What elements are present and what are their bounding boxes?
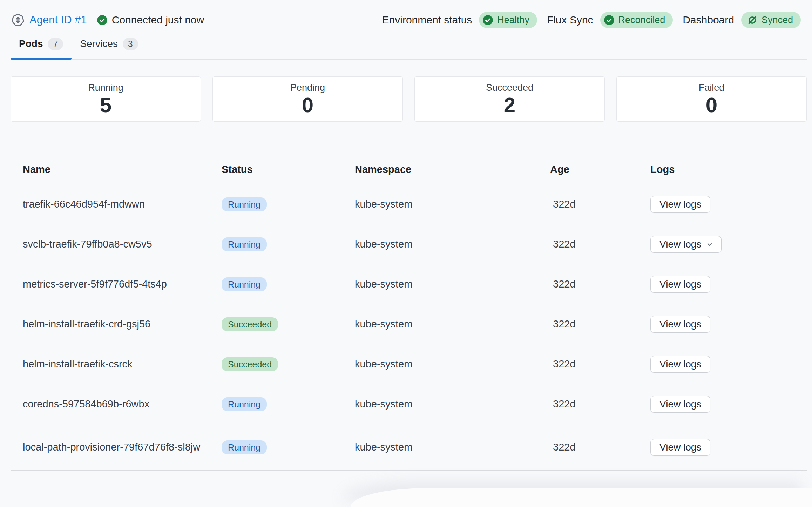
view-logs-button[interactable]: View logs [650,276,710,293]
agent-status-group: Agent ID #1 Connected just now [11,13,204,27]
card-running-label: Running [88,82,123,93]
pod-name: helm-install-traefik-csrck [23,358,205,370]
view-logs-label: View logs [659,239,701,250]
chevron-down-icon [705,240,714,249]
table-row: helm-install-traefik-crd-gsj56 Succeeded… [11,304,807,344]
view-logs-label: View logs [659,319,701,330]
pod-age: 322d [550,238,650,250]
pod-namespace: kube-system [355,198,550,210]
card-pending-value: 0 [302,95,313,116]
card-succeeded-label: Succeeded [486,82,533,93]
view-logs-label: View logs [659,199,701,210]
pod-name: helm-install-traefik-crd-gsj56 [23,318,205,330]
tab-pods[interactable]: Pods 7 [11,38,72,59]
pod-name: local-path-provisioner-79f67d76f8-sl8jw [23,441,205,453]
pod-age: 322d [550,441,650,453]
pod-namespace: kube-system [355,441,550,453]
view-logs-button[interactable]: View logs [650,196,710,213]
pod-name: svclb-traefik-79ffb0a8-cw5v5 [23,238,205,250]
pod-namespace: kube-system [355,278,550,290]
tab-bar: Pods 7 Services 3 [11,34,807,60]
check-circle-icon [604,15,615,26]
table-row: metrics-server-5f9f776df5-4ts4p Running … [11,264,807,304]
flux-sync-label: Flux Sync [547,14,593,26]
view-logs-label: View logs [659,442,701,453]
view-logs-button[interactable]: View logs [650,316,710,333]
status-badge: Running [222,237,267,251]
pod-name: metrics-server-5f9f776df5-4ts4p [23,278,205,290]
pod-namespace: kube-system [355,398,550,410]
card-running-value: 5 [100,95,111,116]
bottom-panel-edge [351,488,812,507]
view-logs-label: View logs [659,279,701,290]
pods-table: Name Status Namespace Age Logs traefik-6… [11,155,807,471]
check-circle-icon [482,15,493,26]
card-failed: Failed 0 [616,76,807,122]
status-badge: Succeeded [222,317,278,331]
pod-age: 322d [550,398,650,410]
connection-status: Connected just now [97,14,204,26]
reconciled-badge: Reconciled [600,12,673,28]
status-badge: Running [222,277,267,291]
card-pending: Pending 0 [212,76,403,122]
view-logs-label: View logs [659,359,701,370]
connected-label: Connected just now [112,14,204,26]
tab-services-label: Services [80,38,117,49]
status-badge: Running [222,397,267,411]
pod-name: traefik-66c46d954f-mdwwn [23,198,205,210]
card-succeeded-value: 2 [504,95,515,116]
view-logs-label: View logs [659,399,701,410]
table-row: coredns-597584b69b-r6wbx Running kube-sy… [11,384,807,424]
pod-age: 322d [550,278,650,290]
synced-badge-label: Synced [762,15,793,26]
column-header-status: Status [222,164,355,175]
pod-name: coredns-597584b69b-r6wbx [23,398,205,410]
synced-badge: Synced [741,12,801,28]
top-bar: Agent ID #1 Connected just now Environme… [0,0,812,29]
view-logs-button[interactable]: View logs [650,439,710,456]
table-row: local-path-provisioner-79f67d76f8-sl8jw … [11,424,807,471]
tab-services[interactable]: Services 3 [72,38,146,59]
view-logs-dropdown-button[interactable]: View logs [650,236,722,253]
environment-status-label: Environment status [382,14,472,26]
dashboard-label: Dashboard [683,14,734,26]
agent-id-link[interactable]: Agent ID #1 [29,14,87,26]
healthy-badge-label: Healthy [497,15,529,26]
card-pending-label: Pending [290,82,325,93]
card-succeeded: Succeeded 2 [414,76,605,122]
card-running: Running 5 [11,76,201,122]
status-badge: Succeeded [222,357,278,371]
pod-namespace: kube-system [355,318,550,330]
agent-shield-arrows-icon [11,13,25,27]
table-row: svclb-traefik-79ffb0a8-cw5v5 Running kub… [11,224,807,264]
environment-badges: Environment status Healthy Flux Sync [382,12,801,28]
pod-namespace: kube-system [355,238,550,250]
sync-slash-icon [747,15,758,26]
table-header-row: Name Status Namespace Age Logs [11,155,807,184]
view-logs-button[interactable]: View logs [650,396,710,413]
pod-age: 322d [550,318,650,330]
card-failed-label: Failed [699,82,725,93]
status-badge: Running [222,440,267,454]
column-header-name: Name [23,164,222,175]
view-logs-button[interactable]: View logs [650,356,710,373]
tab-pods-count: 7 [48,38,63,50]
healthy-badge: Healthy [479,12,537,28]
column-header-age: Age [550,164,650,175]
reconciled-badge-label: Reconciled [618,15,665,26]
column-header-namespace: Namespace [355,164,550,175]
column-header-logs: Logs [650,164,807,175]
card-failed-value: 0 [706,95,717,116]
summary-cards: Running 5 Pending 0 Succeeded 2 Failed 0 [11,76,807,122]
pod-age: 322d [550,358,650,370]
table-row: helm-install-traefik-csrck Succeeded kub… [11,344,807,384]
status-badge: Running [222,197,267,211]
pod-age: 322d [550,198,650,210]
dashboard-screen: Agent ID #1 Connected just now Environme… [0,0,812,507]
tab-services-count: 3 [123,38,138,50]
tab-pods-label: Pods [19,38,43,49]
check-circle-icon [97,15,108,26]
table-row: traefik-66c46d954f-mdwwn Running kube-sy… [11,184,807,224]
pod-namespace: kube-system [355,358,550,370]
